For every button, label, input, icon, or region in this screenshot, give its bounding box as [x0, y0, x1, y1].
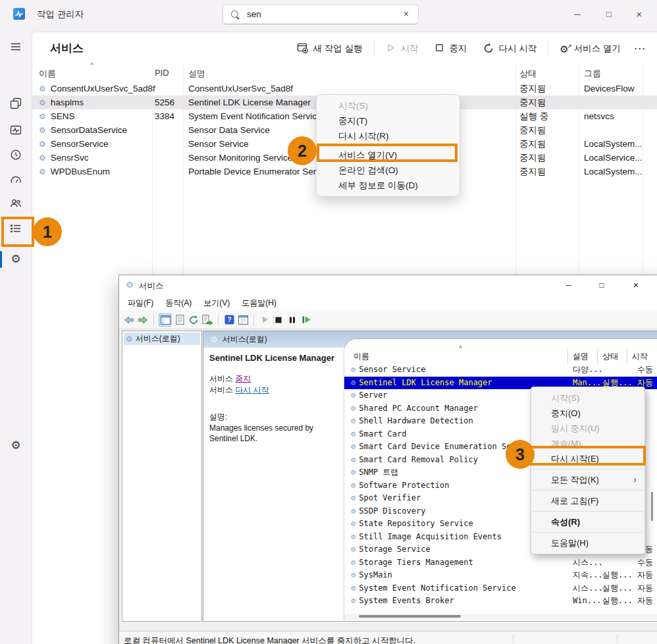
sidebar-item-performance[interactable] [10, 124, 22, 136]
start-button[interactable]: 시작 [379, 38, 426, 59]
refresh-icon[interactable] [188, 314, 199, 326]
navigation-menu-button[interactable] [10, 41, 22, 53]
menu-item[interactable]: 중지(O) [531, 406, 644, 421]
service-gear-icon: ⚙ [351, 596, 355, 605]
sidebar-item-services[interactable]: ⚙ [10, 254, 22, 265]
column-header-name[interactable]: 이름 [39, 68, 56, 80]
annotation-badge-3: 3 [506, 440, 535, 469]
sort-ascending-icon: ^ [459, 345, 462, 352]
column-header-status[interactable]: 상태 [519, 68, 537, 80]
tree-item-services-local[interactable]: ⚙ 서비스(로컬) [124, 333, 200, 345]
service-name-cell: ⚙Server [351, 389, 388, 402]
sidebar-item-users[interactable] [10, 198, 22, 209]
help-icon[interactable]: ? [223, 314, 235, 326]
service-name-cell: ⚙SNMP 트랩 [351, 466, 398, 479]
selected-item-accent [0, 251, 2, 268]
menu-item[interactable]: 세부 정보로 이동(D) [317, 178, 460, 193]
menu-separator [533, 511, 643, 512]
menu-item[interactable]: 일시 중지(U) [531, 421, 644, 436]
restart-service-link[interactable]: 다시 시작 [235, 385, 269, 394]
menu-bar-item[interactable]: 도움말(H) [236, 298, 282, 309]
menu-item[interactable]: 온라인 검색(O) [317, 163, 460, 178]
service-name-cell: ⚙Smart Card Removal Policy [351, 454, 478, 467]
console-window-icon[interactable] [237, 314, 249, 326]
list-header[interactable]: ^ 이름 설명 상태 시작 [344, 349, 657, 363]
column-header-status[interactable]: 상태 [602, 351, 618, 362]
maximize-button[interactable]: □ [599, 7, 619, 22]
export-list-icon[interactable] [201, 314, 213, 326]
column-header-group[interactable]: 그룹 [584, 68, 601, 80]
close-button[interactable]: × [625, 278, 647, 292]
menu-item[interactable]: 중지(T) [317, 113, 460, 128]
table-header[interactable]: ^ 이름 PID 설명 상태 그룹 [32, 65, 657, 82]
pause-service-icon[interactable] [286, 314, 298, 326]
menu-item[interactable]: 모든 작업(K)› [531, 472, 644, 487]
stop-service-icon[interactable] [273, 314, 284, 326]
status-cell: 중지됨 [519, 123, 546, 137]
service-gear-icon: ⚙ [39, 126, 46, 135]
description-cell: System Event Notification Service [188, 109, 322, 123]
list-item[interactable]: ⚙Sensor Service다양...수동 [344, 363, 657, 377]
menu-bar-item[interactable]: 파일(F) [122, 298, 159, 309]
description-cell: 지속... [573, 569, 603, 582]
menu-item-label: 세부 정보로 이동(D) [338, 180, 418, 190]
run-new-task-button[interactable]: 새 작업 실행 [290, 38, 370, 60]
maximize-button[interactable]: □ [591, 278, 613, 292]
menu-bar-item[interactable]: 보기(V) [197, 298, 236, 309]
restart-service-icon[interactable] [300, 314, 312, 326]
service-gear-icon: ⚙ [351, 390, 355, 400]
minimize-button[interactable]: ─ [567, 7, 587, 22]
restart-button[interactable]: 다시 시작 [476, 38, 544, 60]
column-header-pid[interactable]: PID [155, 68, 169, 78]
menu-item-label: 새로 고침(F) [551, 496, 598, 506]
pid-cell: 3384 [155, 109, 174, 123]
start-service-icon[interactable] [259, 314, 271, 326]
list-item[interactable]: ⚙Storage Tiers Management시스...수동 [344, 556, 657, 570]
close-button[interactable]: × [629, 7, 649, 22]
group-cell: LocalSystem... [584, 137, 643, 151]
search-clear-icon[interactable]: × [401, 8, 411, 20]
menu-item[interactable]: 새로 고침(F) [531, 493, 644, 508]
console-tree-pane: ⚙ 서비스(로컬) [122, 331, 202, 622]
menu-item[interactable]: 도움말(H) [531, 535, 644, 550]
menu-item[interactable]: 시작(S) [531, 390, 644, 406]
service-gear-icon: ⚙ [351, 519, 355, 528]
forward-icon[interactable] [137, 314, 149, 326]
restart-service-line: 서비스 다시 시작 [209, 385, 341, 396]
vertical-scrollbar-thumb[interactable] [651, 492, 653, 521]
menu-separator [533, 490, 643, 491]
service-name-cell: ⚙Sentinel LDK License Manager [351, 377, 492, 390]
menu-bar-item[interactable]: 동작(A) [159, 298, 197, 309]
stop-button[interactable]: 중지 [427, 38, 475, 59]
stop-service-link[interactable]: 중지 [235, 374, 251, 383]
back-icon[interactable] [123, 314, 135, 326]
sidebar-item-startup-apps[interactable] [10, 174, 22, 186]
menu-item[interactable]: 다시 시작(R) [317, 128, 460, 144]
properties-icon[interactable] [174, 314, 186, 326]
description-cell: 시스... [573, 556, 603, 570]
service-gear-icon: ⚙ [351, 429, 355, 439]
description-cell: ConsentUxUserSvc_5ad8f [188, 82, 293, 95]
column-header-description[interactable]: 설명 [573, 351, 589, 362]
menu-item[interactable]: 시작(S) [317, 98, 460, 113]
open-services-button[interactable]: ⚙↗ 서비스 열기 [552, 38, 628, 59]
list-item[interactable]: ⚙System Event Notification Service시스...실… [344, 582, 657, 595]
search-input[interactable]: sen × [223, 5, 419, 24]
list-item[interactable]: ⚙SysMain지속...실행...자동 [344, 569, 657, 582]
menu-item-label: 시작(S) [338, 101, 368, 111]
annotation-box-3 [529, 446, 646, 466]
more-options-button[interactable]: ··· [629, 40, 652, 58]
sidebar-item-processes[interactable] [10, 97, 22, 109]
column-header-name[interactable]: 이름 [354, 351, 369, 362]
menu-item[interactable]: 속성(R) [531, 514, 644, 529]
group-cell: DevicesFlow [584, 82, 635, 95]
table-row[interactable]: ⚙ConsentUxUserSvc_5ad8fConsentUxUserSvc_… [32, 82, 657, 95]
service-name-cell: ⚙SensorDataService [39, 123, 127, 138]
sidebar-item-app-history[interactable] [10, 149, 22, 161]
list-item[interactable]: ⚙System Events BrokerWin...실행...자동 [344, 595, 657, 608]
show-console-tree-icon[interactable] [159, 313, 172, 327]
column-header-startup[interactable]: 시작 [632, 351, 648, 362]
minimize-button[interactable]: ─ [558, 278, 580, 292]
settings-button[interactable]: ⚙ [10, 440, 22, 452]
column-header-description[interactable]: 설명 [188, 68, 205, 80]
